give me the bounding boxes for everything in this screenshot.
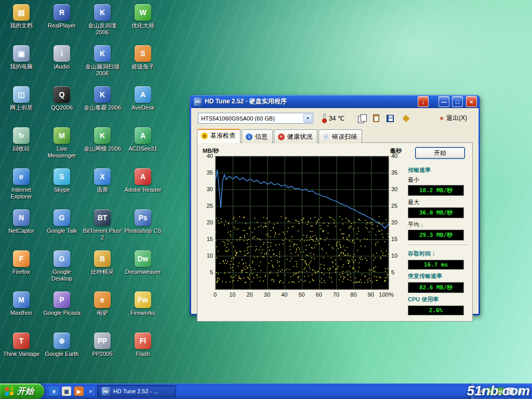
quick-launch-media-player[interactable]: ▶ (74, 387, 84, 396)
icon-google-desktop[interactable]: G Google Desktop (42, 247, 82, 288)
icon-google-talk[interactable]: G Google Talk (42, 206, 82, 247)
desktop-icon-label: 优化大师 (131, 22, 154, 29)
drive-select[interactable]: HTS541060G9SA00 (60 GB) ▼ (198, 113, 313, 124)
copy-text-icon[interactable] (356, 113, 368, 124)
icon-kingsoft-antispyware[interactable]: K 金山反间谍 2006 (82, 1, 123, 42)
icon-adobe-reader[interactable]: A Adobe Reader (123, 165, 163, 206)
start-menu-button[interactable]: 开始 (0, 383, 44, 399)
icon-super-rabbit[interactable]: S 超级兔子 (123, 42, 163, 83)
icon-maxthon[interactable]: M Maxthon (1, 288, 42, 329)
tab-health[interactable]: + 健康状况 (274, 129, 317, 143)
desktop-icon-label: 我的文档 (10, 22, 33, 29)
icon-think-vantage[interactable]: T Think Vantage (1, 329, 42, 370)
hdtune-window: HD HD Tune 2.52 - 硬盘实用程序 ↓ — □ × HTS5410… (190, 95, 480, 315)
avg-value: 29.3 MB/秒 (408, 230, 464, 241)
desktop-icon-label: 金山反间谍 2006 (83, 22, 122, 35)
window-title: HD Tune 2.52 - 硬盘实用程序 (205, 97, 287, 106)
desktop-icon-image: S (135, 45, 151, 62)
tab-icon: + (278, 134, 285, 140)
icon-google-earth[interactable]: ⊕ Google Earth (42, 329, 82, 370)
icon-firefox[interactable]: F Firefox (1, 247, 42, 288)
icon-fireworks[interactable]: Fw Fireworks (123, 288, 163, 329)
icon-acdsee[interactable]: A ACDSee31 (123, 124, 163, 165)
watermark: 51nb.com (467, 383, 530, 399)
desktop-icon-label: Adobe Reader (125, 187, 162, 193)
task-button-icon: HD (102, 387, 110, 395)
icon-wopti[interactable]: W 优化大师 (123, 1, 163, 42)
desktop-icon-label: Photoshop CS (125, 228, 162, 234)
icon-network-places[interactable]: ◫ 网上邻居 (1, 83, 42, 124)
desktop-icon-image: A (135, 168, 151, 185)
quick-launch-overflow-chevron[interactable]: » (88, 388, 94, 395)
icon-kingsoft-vulnscan[interactable]: K 金山漏洞扫描 2006 (82, 42, 123, 83)
desktop-icon-image: F (13, 250, 30, 267)
icon-my-documents[interactable]: ▤ 我的文档 (1, 1, 42, 42)
chevron-down-icon[interactable]: ▼ (303, 114, 312, 123)
benchmark-plot (215, 156, 389, 290)
access-time-label: 存取时间： (408, 250, 469, 258)
axis-tick: 5 (210, 269, 213, 275)
update-button[interactable]: ↓ (418, 96, 429, 107)
desktop-icon-image: BT (94, 209, 111, 226)
task-button-hdtune[interactable]: HD HD Tune 2.52 - ... (97, 385, 176, 397)
icon-netcaptor[interactable]: N NetCaptor (1, 206, 42, 247)
close-button[interactable]: × (466, 96, 477, 107)
maximize-button[interactable]: □ (452, 96, 463, 107)
icon-flash[interactable]: Fl Flash (123, 329, 163, 370)
icon-kingsoft-firewall[interactable]: K 金山网镖 2006 (82, 124, 123, 165)
desktop-icon-image: M (13, 291, 30, 308)
axis-tick: 60 (316, 291, 322, 298)
icon-bitspirit[interactable]: B 比特精灵 (82, 247, 123, 288)
axis-tick: 40 (207, 153, 213, 159)
desktop-icon-label: Live Messenger (42, 145, 82, 158)
icon-kingsoft-antivirus[interactable]: K 金山毒霸 2006 (82, 83, 123, 124)
acoustic-management-icon[interactable] (398, 113, 410, 124)
copy-screenshot-icon[interactable] (370, 113, 382, 124)
icon-qq2006[interactable]: Q QQ2006 (42, 83, 82, 124)
desktop-icon-image: K (94, 4, 111, 21)
desktop-icon-label: Maxthon (10, 310, 32, 316)
max-label: 最大 (408, 198, 469, 206)
tab-benchmark[interactable]: 8 基准检查 (197, 129, 241, 143)
minimize-button[interactable]: — (438, 96, 449, 107)
axis-tick: 15 (207, 236, 213, 242)
axis-tick: 10 (229, 291, 235, 298)
icon-avedesk[interactable]: A AveDesk (123, 83, 163, 124)
desktop-icon-label: Skype (54, 187, 70, 193)
quick-launch-ie[interactable]: e (49, 387, 59, 396)
axis-tick: 20 (207, 219, 213, 225)
icon-dreamweaver[interactable]: Dw Dreamweaver (123, 247, 163, 288)
tab-error-scan[interactable]: ○ 错误扫描 (318, 129, 362, 143)
axis-tick: 0 (214, 291, 217, 298)
icon-photoshop-cs[interactable]: Ps Photoshop CS (123, 206, 163, 247)
icon-iaudio[interactable]: i iAudio (42, 42, 82, 83)
icon-live-messenger[interactable]: M Live Messenger (42, 124, 82, 165)
icon-bittorrent-plus[interactable]: BT BitTorrent Plus! 2 (82, 206, 123, 247)
save-screenshot-icon[interactable] (384, 113, 396, 124)
icon-recycle-bin[interactable]: ↻ 回收站 (1, 124, 42, 165)
icon-google-picasa[interactable]: P Google Picasa (42, 288, 82, 329)
axis-tick: 80 (350, 291, 356, 298)
icon-realplayer[interactable]: R RealPlayer (42, 1, 82, 42)
desktop-icon-image: K (94, 45, 111, 62)
quick-launch-show-desktop[interactable]: ▦ (62, 387, 71, 396)
desktop-icon-label: 比特精灵 (91, 269, 114, 275)
tab-info[interactable]: i 信息 (242, 129, 273, 143)
desktop-icon-label: 金山漏洞扫描 2006 (83, 63, 122, 76)
start-button[interactable]: 开始 (415, 147, 465, 159)
icon-internet-explorer[interactable]: e Internet Explorer (1, 165, 42, 206)
close-x-icon: × (440, 114, 444, 122)
cpu-usage-value: 2.6% (408, 305, 464, 315)
tab-label: 错误扫描 (332, 132, 357, 141)
exit-button[interactable]: × 退出(X) (434, 112, 473, 124)
quick-launch: e ▦ ▶ (44, 387, 88, 396)
axis-tick: 35 (391, 169, 397, 176)
task-button-label: HD Tune 2.52 - ... (113, 388, 158, 394)
icon-skype[interactable]: S Skype (42, 165, 82, 206)
icon-pp2005[interactable]: PP PP2005 (82, 329, 123, 370)
desktop-icon-image: ▤ (13, 4, 30, 21)
icon-emule[interactable]: e 电驴 (82, 288, 123, 329)
icon-my-computer[interactable]: ▣ 我的电脑 (1, 42, 42, 83)
icon-thunder[interactable]: X 迅雷 (82, 165, 123, 206)
titlebar[interactable]: HD HD Tune 2.52 - 硬盘实用程序 ↓ — □ × (191, 95, 478, 108)
